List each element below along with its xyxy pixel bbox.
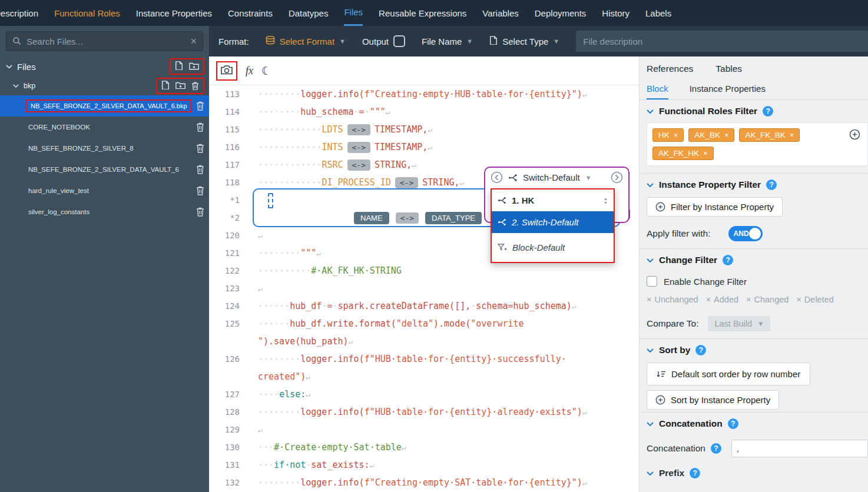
filter-by-instance-property-button[interactable]: Filter by Instance Property bbox=[647, 197, 783, 217]
remove-tag-icon[interactable]: × bbox=[703, 149, 708, 158]
new-file-icon[interactable] bbox=[175, 61, 183, 72]
remove-tag-icon[interactable]: × bbox=[674, 131, 678, 139]
reorder-spinner-icon[interactable]: ▲▼ bbox=[604, 197, 608, 205]
chevron-down-icon[interactable] bbox=[647, 183, 654, 187]
dark-mode-moon-icon[interactable]: ☾ bbox=[261, 64, 271, 78]
chevron-down-icon[interactable] bbox=[647, 258, 654, 262]
help-icon[interactable]: ? bbox=[723, 255, 733, 265]
select-format-dropdown[interactable]: Select Format ▼ bbox=[266, 36, 346, 46]
code-line[interactable]: 116············INTS<->TIMESTAMP,↵ bbox=[209, 138, 639, 156]
tab-description[interactable]: Description bbox=[0, 0, 38, 26]
help-icon[interactable]: ? bbox=[763, 106, 773, 117]
import-folder-icon[interactable] bbox=[189, 62, 199, 72]
code-line[interactable]: 132········logger.info(f"Creating·empty·… bbox=[209, 474, 639, 491]
code-line[interactable]: 113········logger.info(f"Creating·empty·… bbox=[209, 85, 639, 103]
tab-functional-roles[interactable]: Functional Roles bbox=[54, 0, 120, 26]
concatenation-input[interactable] bbox=[731, 440, 868, 457]
search-box[interactable]: × bbox=[6, 31, 203, 51]
tab-files[interactable]: Files bbox=[344, 0, 363, 26]
code-line[interactable]: ").save(hub_path)↵ bbox=[209, 333, 639, 350]
add-role-icon[interactable] bbox=[849, 129, 860, 140]
chevron-down-icon[interactable] bbox=[647, 471, 654, 476]
trash-icon[interactable] bbox=[191, 82, 199, 91]
functional-role-tag[interactable]: AK_FK_BK× bbox=[739, 128, 800, 142]
trash-icon[interactable] bbox=[196, 207, 204, 217]
sort-by-instance-property-button[interactable]: Sort by Instance Property bbox=[647, 390, 779, 410]
functional-role-tag[interactable]: HK× bbox=[652, 128, 684, 142]
trash-icon[interactable] bbox=[196, 165, 204, 174]
tab-history[interactable]: History bbox=[602, 0, 630, 26]
new-file-icon[interactable] bbox=[161, 81, 170, 92]
code-line[interactable]: 122··········#·AK_FK_HK·STRING bbox=[209, 262, 639, 280]
clear-search-icon[interactable]: × bbox=[190, 36, 197, 46]
tab-variables[interactable]: Variables bbox=[482, 0, 518, 26]
remove-tag-icon[interactable]: × bbox=[790, 131, 794, 139]
file-item[interactable]: hard_rule_view_test bbox=[0, 180, 209, 201]
import-folder-icon[interactable] bbox=[175, 81, 185, 91]
dropdown-item-block-default[interactable]: Block-Default bbox=[492, 233, 614, 262]
code-line[interactable]: 131···if·not·sat_exists:↵ bbox=[209, 456, 639, 474]
code-line[interactable]: 130···#·Create·empty·Sat·table↵ bbox=[209, 438, 639, 456]
file-name-dropdown[interactable]: File Name ▼ bbox=[422, 36, 473, 46]
tab-instance-properties[interactable]: Instance Properties bbox=[690, 84, 766, 99]
section-header[interactable]: Functional Roles Filter ? bbox=[640, 100, 868, 121]
trash-icon[interactable] bbox=[196, 122, 204, 132]
tab-tables[interactable]: Tables bbox=[715, 64, 742, 74]
code-line[interactable]: 115············LDTS<->TIMESTAMP,↵ bbox=[209, 121, 639, 138]
search-files-input[interactable] bbox=[26, 36, 185, 46]
enable-change-filter-checkbox[interactable] bbox=[647, 276, 657, 287]
code-line[interactable]: 114········hub_schema·=·"""↵ bbox=[209, 103, 639, 121]
compare-to-select[interactable]: Last Build ▼ bbox=[708, 316, 770, 331]
tab-deployments[interactable]: Deployments bbox=[535, 0, 587, 26]
help-icon[interactable]: ? bbox=[690, 468, 700, 478]
tab-datatypes[interactable]: Datatypes bbox=[289, 0, 329, 26]
remove-tag-icon[interactable]: × bbox=[724, 131, 729, 139]
tab-instance-properties[interactable]: Instance Properties bbox=[136, 0, 212, 26]
tab-reusable-expressions[interactable]: Reusable Expressions bbox=[379, 0, 466, 26]
section-header[interactable]: Instance Property Filter ? bbox=[640, 174, 868, 195]
output-checkbox[interactable] bbox=[393, 35, 405, 47]
dropdown-item-switch-default[interactable]: 2. Switch-Default bbox=[492, 211, 614, 233]
help-icon[interactable]: ? bbox=[766, 179, 777, 190]
chevron-down-icon[interactable] bbox=[647, 422, 654, 426]
tab-block[interactable]: Block bbox=[647, 84, 668, 99]
help-icon[interactable]: ? bbox=[695, 345, 706, 355]
default-sort-order-button[interactable]: Default sort order by row number bbox=[647, 363, 810, 385]
file-description-input[interactable] bbox=[576, 31, 868, 52]
tree-folder-bkp[interactable]: bkp bbox=[0, 77, 209, 95]
code-line[interactable]: 124······hub_df·=·spark.createDataFrame(… bbox=[209, 297, 639, 315]
help-icon[interactable]: ? bbox=[728, 418, 738, 429]
file-item[interactable]: silver_log_constants bbox=[0, 201, 209, 222]
trash-icon[interactable] bbox=[196, 101, 204, 111]
functional-role-tag[interactable]: AK_BK× bbox=[688, 128, 734, 142]
file-item[interactable]: NB_SEFE_BRONZE_2_SILVER_DATA_VAULT_6.bkp bbox=[0, 95, 209, 117]
chevron-down-icon[interactable] bbox=[647, 109, 654, 114]
selected-mapping-label[interactable]: Switch-Default bbox=[523, 172, 580, 182]
file-item[interactable]: NB_SEFE_BRONZE_2_SILVER_DATA_VAULT_6 bbox=[0, 159, 209, 180]
chevron-down-icon[interactable] bbox=[647, 348, 654, 353]
previous-arrow-icon[interactable] bbox=[491, 171, 503, 184]
next-arrow-icon[interactable] bbox=[611, 171, 623, 184]
chevron-down-icon[interactable]: ▼ bbox=[585, 174, 592, 181]
trash-icon[interactable] bbox=[196, 186, 204, 195]
camera-icon[interactable] bbox=[221, 65, 233, 77]
trash-icon[interactable] bbox=[196, 144, 204, 153]
section-header[interactable]: Sort by ? bbox=[640, 339, 868, 360]
help-icon[interactable]: ? bbox=[711, 443, 721, 454]
file-item[interactable]: NB_SEFE_BRONZE_2_SILVER_8 bbox=[0, 138, 209, 159]
select-type-dropdown[interactable]: Select Type ▼ bbox=[489, 36, 559, 47]
code-line[interactable]: created")↵ bbox=[209, 368, 639, 385]
dropdown-item-hk[interactable]: 1. HK ▲▼ bbox=[492, 190, 614, 211]
tree-root-files[interactable]: Files bbox=[0, 56, 209, 77]
tab-references[interactable]: References bbox=[647, 64, 693, 74]
formula-icon[interactable]: fx bbox=[246, 65, 253, 77]
and-or-toggle[interactable]: AND bbox=[728, 226, 763, 241]
section-header[interactable]: Change Filter ? bbox=[640, 249, 868, 270]
code-line[interactable]: 123↵ bbox=[209, 280, 639, 297]
chevron-down-icon[interactable] bbox=[6, 65, 12, 68]
tab-constraints[interactable]: Constraints bbox=[228, 0, 273, 26]
code-line[interactable]: 127····else:↵ bbox=[209, 385, 639, 403]
code-line[interactable]: 125······hub_df.write.format("delta").mo… bbox=[209, 315, 639, 333]
code-line[interactable]: 129↵ bbox=[209, 421, 639, 438]
file-item[interactable]: CORE_NOTEBOOK bbox=[0, 117, 209, 138]
